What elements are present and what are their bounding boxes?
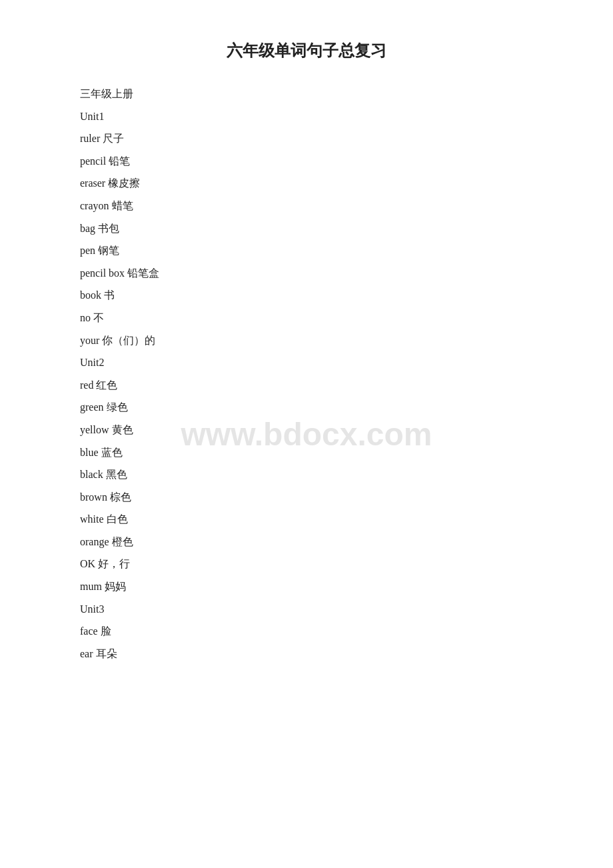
word-item: your 你（们）的 — [80, 329, 533, 352]
word-item: OK 好，行 — [80, 553, 533, 575]
content-list: 三年级上册Unit1ruler 尺子pencil 铅笔eraser 橡皮擦cra… — [80, 83, 533, 665]
word-item: face 脸 — [80, 620, 533, 643]
word-item: red 红色 — [80, 374, 533, 397]
word-item: orange 橙色 — [80, 531, 533, 553]
word-item: yellow 黄色 — [80, 419, 533, 441]
word-item: pencil 铅笔 — [80, 150, 533, 173]
word-item: ear 耳朵 — [80, 643, 533, 665]
word-item: bag 书包 — [80, 217, 533, 240]
word-item: crayon 蜡笔 — [80, 195, 533, 217]
word-item: pen 钢笔 — [80, 239, 533, 262]
word-item: no 不 — [80, 307, 533, 329]
word-item: eraser 橡皮擦 — [80, 172, 533, 195]
word-item: green 绿色 — [80, 396, 533, 419]
word-item: pencil box 铅笔盒 — [80, 262, 533, 285]
page-title: 六年级单词句子总复习 — [80, 40, 533, 61]
word-item: book 书 — [80, 284, 533, 307]
word-item: mum 妈妈 — [80, 575, 533, 598]
unit-header: Unit2 — [80, 351, 533, 374]
section-header: 三年级上册 — [80, 83, 533, 105]
unit-header: Unit3 — [80, 598, 533, 621]
word-item: white 白色 — [80, 508, 533, 531]
word-item: blue 蓝色 — [80, 441, 533, 464]
unit-header: Unit1 — [80, 105, 533, 128]
word-item: black 黑色 — [80, 463, 533, 486]
word-item: ruler 尺子 — [80, 127, 533, 150]
word-item: brown 棕色 — [80, 486, 533, 509]
